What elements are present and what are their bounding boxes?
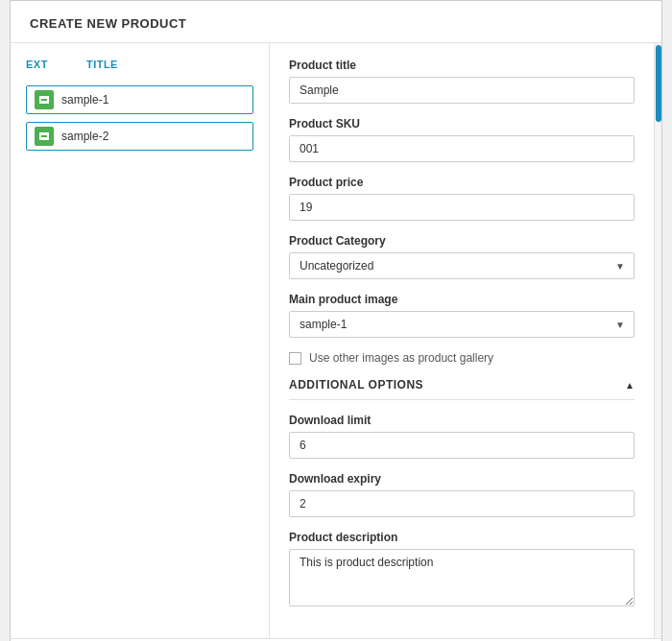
product-sku-input[interactable] — [289, 135, 635, 162]
create-product-dialog: CREATE NEW PRODUCT EXT TITLE sample-1 — [10, 0, 662, 641]
download-expiry-label: Download expiry — [289, 472, 635, 486]
product-category-group: Product Category Uncategorized Category … — [289, 234, 635, 279]
scrollbar-track[interactable] — [654, 43, 661, 638]
download-limit-label: Download limit — [289, 414, 635, 427]
gallery-checkbox-row: Use other images as product gallery — [289, 351, 635, 365]
main-image-select[interactable]: sample-1 sample-2 — [289, 311, 635, 338]
product-title-group: Product title — [289, 59, 635, 104]
list-item[interactable]: sample-2 — [26, 122, 253, 151]
product-price-label: Product price — [289, 176, 635, 189]
right-panel: Product title Product SKU Product price … — [270, 43, 654, 638]
product-description-group: Product description This is product desc… — [289, 531, 635, 609]
product-description-input[interactable]: This is product description — [289, 549, 635, 606]
product-price-input[interactable] — [289, 194, 635, 221]
product-price-group: Product price — [289, 176, 635, 221]
file-name: sample-1 — [61, 93, 108, 107]
file-icon — [35, 90, 54, 109]
file-icon — [35, 127, 54, 146]
dialog-body: EXT TITLE sample-1 sample-2 — [11, 43, 661, 638]
download-limit-input[interactable] — [289, 432, 635, 459]
product-title-input[interactable] — [289, 77, 635, 104]
scrollbar-thumb[interactable] — [656, 45, 661, 122]
gallery-checkbox[interactable] — [289, 352, 301, 365]
product-category-select-wrapper: Uncategorized Category 1 Category 2 ▼ — [289, 252, 635, 279]
product-category-select[interactable]: Uncategorized Category 1 Category 2 — [289, 252, 635, 279]
main-image-select-wrapper: sample-1 sample-2 ▼ — [289, 311, 635, 338]
main-image-group: Main product image sample-1 sample-2 ▼ — [289, 293, 635, 338]
product-description-label: Product description — [289, 531, 635, 544]
file-name: sample-2 — [61, 130, 108, 143]
file-icon-inner — [38, 94, 50, 106]
download-limit-group: Download limit — [289, 414, 635, 459]
file-list: sample-1 sample-2 — [26, 85, 253, 151]
main-image-label: Main product image — [289, 293, 635, 306]
product-title-label: Product title — [289, 59, 635, 72]
left-panel: EXT TITLE sample-1 sample-2 — [11, 43, 270, 638]
download-expiry-input[interactable] — [289, 490, 635, 517]
additional-options-toggle[interactable]: ▲ — [625, 380, 635, 391]
additional-options-section: ADDITIONAL OPTIONS ▲ — [289, 378, 635, 400]
product-category-label: Product Category — [289, 234, 635, 248]
col-ext-header: EXT — [26, 59, 48, 70]
dialog-header: CREATE NEW PRODUCT — [11, 1, 661, 43]
product-sku-label: Product SKU — [289, 117, 635, 131]
additional-options-title: ADDITIONAL OPTIONS — [289, 378, 423, 392]
list-item[interactable]: sample-1 — [26, 85, 253, 114]
product-sku-group: Product SKU — [289, 117, 635, 162]
col-title-header: TITLE — [86, 59, 118, 70]
download-expiry-group: Download expiry — [289, 472, 635, 517]
file-icon-inner — [38, 131, 50, 142]
left-panel-header: EXT TITLE — [26, 59, 253, 74]
dialog-title: CREATE NEW PRODUCT — [30, 16, 642, 31]
gallery-checkbox-label: Use other images as product gallery — [309, 351, 493, 365]
